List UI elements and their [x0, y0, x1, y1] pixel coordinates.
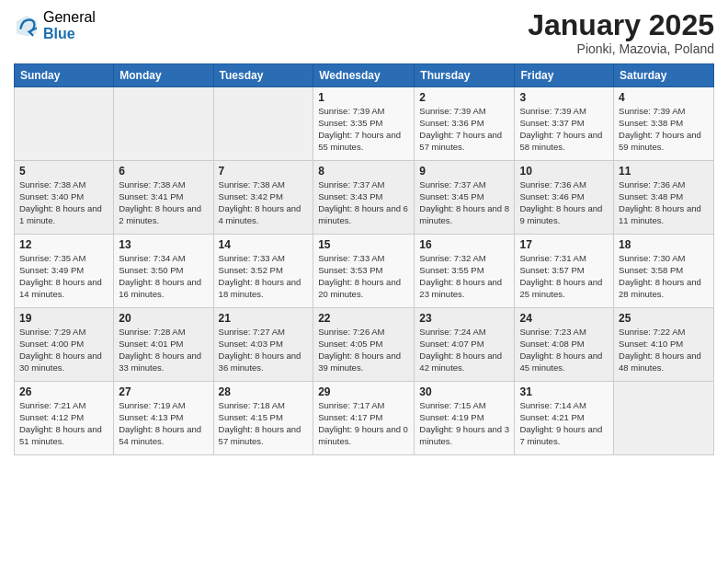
day-info: Sunrise: 7:31 AM Sunset: 3:57 PM Dayligh… — [519, 253, 609, 300]
day-info: Sunrise: 7:24 AM Sunset: 4:07 PM Dayligh… — [419, 327, 509, 373]
calendar-cell: 16Sunrise: 7:32 AM Sunset: 3:55 PM Dayli… — [415, 235, 515, 308]
day-info: Sunrise: 7:14 AM Sunset: 4:21 PM Dayligh… — [519, 400, 609, 447]
calendar-cell: 13Sunrise: 7:34 AM Sunset: 3:50 PM Dayli… — [114, 235, 213, 308]
day-number: 10 — [519, 165, 609, 178]
day-number: 24 — [519, 312, 609, 325]
calendar-cell: 10Sunrise: 7:36 AM Sunset: 3:46 PM Dayli… — [515, 161, 614, 235]
header-monday: Monday — [114, 64, 213, 87]
day-info: Sunrise: 7:32 AM Sunset: 3:55 PM Dayligh… — [419, 253, 509, 300]
day-number: 5 — [19, 165, 108, 178]
calendar-cell: 21Sunrise: 7:27 AM Sunset: 4:03 PM Dayli… — [213, 308, 313, 382]
header-thursday: Thursday — [415, 64, 515, 87]
day-info: Sunrise: 7:17 AM Sunset: 4:17 PM Dayligh… — [318, 400, 409, 447]
calendar-cell: 17Sunrise: 7:31 AM Sunset: 3:57 PM Dayli… — [515, 235, 614, 308]
day-number: 20 — [119, 312, 208, 325]
calendar-cell: 11Sunrise: 7:36 AM Sunset: 3:48 PM Dayli… — [614, 161, 714, 235]
day-info: Sunrise: 7:37 AM Sunset: 3:45 PM Dayligh… — [419, 179, 509, 226]
header: General Blue January 2025 Pionki, Mazovi… — [14, 9, 714, 56]
day-number: 14 — [219, 238, 309, 251]
day-number: 27 — [119, 385, 208, 398]
day-info: Sunrise: 7:34 AM Sunset: 3:50 PM Dayligh… — [119, 253, 208, 300]
day-number: 30 — [419, 385, 509, 398]
day-number: 26 — [19, 385, 108, 398]
calendar-cell: 22Sunrise: 7:26 AM Sunset: 4:05 PM Dayli… — [313, 308, 415, 382]
day-info: Sunrise: 7:36 AM Sunset: 3:48 PM Dayligh… — [619, 179, 709, 226]
logo-blue: Blue — [43, 26, 96, 42]
day-number: 7 — [219, 165, 309, 178]
calendar-cell: 5Sunrise: 7:38 AM Sunset: 3:40 PM Daylig… — [15, 161, 114, 235]
calendar-cell: 25Sunrise: 7:22 AM Sunset: 4:10 PM Dayli… — [614, 308, 714, 382]
calendar-cell: 2Sunrise: 7:39 AM Sunset: 3:36 PM Daylig… — [415, 87, 515, 161]
calendar-cell: 18Sunrise: 7:30 AM Sunset: 3:58 PM Dayli… — [614, 235, 714, 308]
day-info: Sunrise: 7:36 AM Sunset: 3:46 PM Dayligh… — [519, 179, 609, 226]
weekday-row: Sunday Monday Tuesday Wednesday Thursday… — [15, 64, 714, 87]
day-number: 29 — [318, 385, 409, 398]
day-info: Sunrise: 7:39 AM Sunset: 3:35 PM Dayligh… — [318, 106, 409, 153]
day-info: Sunrise: 7:26 AM Sunset: 4:05 PM Dayligh… — [318, 327, 409, 373]
day-info: Sunrise: 7:18 AM Sunset: 4:15 PM Dayligh… — [219, 400, 309, 447]
day-number: 16 — [419, 238, 509, 251]
day-info: Sunrise: 7:38 AM Sunset: 3:40 PM Dayligh… — [19, 179, 108, 226]
calendar-cell — [213, 87, 313, 161]
day-number: 4 — [619, 91, 709, 104]
day-number: 15 — [318, 238, 409, 251]
day-number: 21 — [219, 312, 309, 325]
day-number: 22 — [318, 312, 409, 325]
logo: General Blue — [14, 9, 96, 41]
day-info: Sunrise: 7:28 AM Sunset: 4:01 PM Dayligh… — [119, 327, 208, 373]
day-info: Sunrise: 7:23 AM Sunset: 4:08 PM Dayligh… — [519, 327, 609, 373]
calendar-cell: 23Sunrise: 7:24 AM Sunset: 4:07 PM Dayli… — [415, 308, 515, 382]
calendar-week-2: 5Sunrise: 7:38 AM Sunset: 3:40 PM Daylig… — [15, 161, 714, 235]
calendar-week-1: 1Sunrise: 7:39 AM Sunset: 3:35 PM Daylig… — [15, 87, 714, 161]
day-number: 19 — [19, 312, 108, 325]
logo-icon — [14, 13, 40, 39]
day-info: Sunrise: 7:29 AM Sunset: 4:00 PM Dayligh… — [19, 327, 108, 373]
day-number: 13 — [119, 238, 208, 251]
calendar-cell: 4Sunrise: 7:39 AM Sunset: 3:38 PM Daylig… — [614, 87, 714, 161]
calendar-cell: 8Sunrise: 7:37 AM Sunset: 3:43 PM Daylig… — [313, 161, 415, 235]
day-number: 8 — [318, 165, 409, 178]
calendar-cell: 29Sunrise: 7:17 AM Sunset: 4:17 PM Dayli… — [313, 382, 415, 455]
calendar-cell: 6Sunrise: 7:38 AM Sunset: 3:41 PM Daylig… — [114, 161, 213, 235]
day-number: 6 — [119, 165, 208, 178]
header-sunday: Sunday — [15, 64, 114, 87]
calendar-cell: 9Sunrise: 7:37 AM Sunset: 3:45 PM Daylig… — [415, 161, 515, 235]
calendar-cell — [15, 87, 114, 161]
day-number: 3 — [519, 91, 609, 104]
calendar-cell: 15Sunrise: 7:33 AM Sunset: 3:53 PM Dayli… — [313, 235, 415, 308]
day-number: 9 — [419, 165, 509, 178]
calendar-cell — [114, 87, 213, 161]
day-number: 31 — [519, 385, 609, 398]
day-info: Sunrise: 7:33 AM Sunset: 3:52 PM Dayligh… — [219, 253, 309, 300]
calendar-cell: 30Sunrise: 7:15 AM Sunset: 4:19 PM Dayli… — [415, 382, 515, 455]
calendar-cell: 27Sunrise: 7:19 AM Sunset: 4:13 PM Dayli… — [114, 382, 213, 455]
day-info: Sunrise: 7:39 AM Sunset: 3:36 PM Dayligh… — [419, 106, 509, 153]
day-info: Sunrise: 7:27 AM Sunset: 4:03 PM Dayligh… — [219, 327, 309, 373]
day-number: 28 — [219, 385, 309, 398]
calendar-table: Sunday Monday Tuesday Wednesday Thursday… — [14, 63, 714, 455]
calendar-body: 1Sunrise: 7:39 AM Sunset: 3:35 PM Daylig… — [15, 87, 714, 455]
day-number: 2 — [419, 91, 509, 104]
calendar-cell — [614, 382, 714, 455]
day-number: 17 — [519, 238, 609, 251]
calendar-week-5: 26Sunrise: 7:21 AM Sunset: 4:12 PM Dayli… — [15, 382, 714, 455]
logo-general: General — [43, 9, 96, 26]
location-subtitle: Pionki, Mazovia, Poland — [528, 41, 714, 56]
header-saturday: Saturday — [614, 64, 714, 87]
month-title: January 2025 — [528, 9, 714, 41]
day-info: Sunrise: 7:38 AM Sunset: 3:41 PM Dayligh… — [119, 179, 208, 226]
calendar-cell: 20Sunrise: 7:28 AM Sunset: 4:01 PM Dayli… — [114, 308, 213, 382]
calendar-cell: 31Sunrise: 7:14 AM Sunset: 4:21 PM Dayli… — [515, 382, 614, 455]
day-info: Sunrise: 7:33 AM Sunset: 3:53 PM Dayligh… — [318, 253, 409, 300]
header-tuesday: Tuesday — [213, 64, 313, 87]
day-info: Sunrise: 7:15 AM Sunset: 4:19 PM Dayligh… — [419, 400, 509, 447]
calendar-cell: 14Sunrise: 7:33 AM Sunset: 3:52 PM Dayli… — [213, 235, 313, 308]
header-wednesday: Wednesday — [313, 64, 415, 87]
day-info: Sunrise: 7:21 AM Sunset: 4:12 PM Dayligh… — [19, 400, 108, 447]
calendar-header: Sunday Monday Tuesday Wednesday Thursday… — [15, 64, 714, 87]
calendar-cell: 7Sunrise: 7:38 AM Sunset: 3:42 PM Daylig… — [213, 161, 313, 235]
page-container: General Blue January 2025 Pionki, Mazovi… — [0, 0, 728, 465]
calendar-cell: 24Sunrise: 7:23 AM Sunset: 4:08 PM Dayli… — [515, 308, 614, 382]
day-info: Sunrise: 7:38 AM Sunset: 3:42 PM Dayligh… — [219, 179, 309, 226]
calendar-cell: 19Sunrise: 7:29 AM Sunset: 4:00 PM Dayli… — [15, 308, 114, 382]
